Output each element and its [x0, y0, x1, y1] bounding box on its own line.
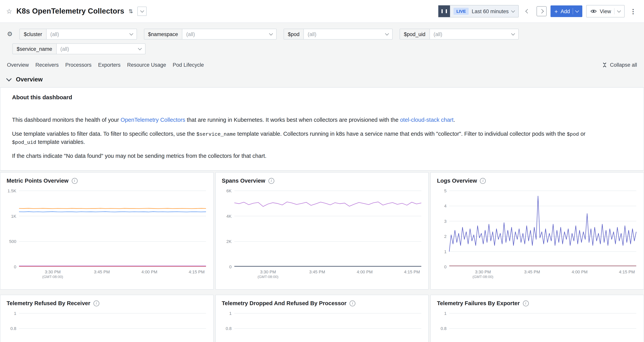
- metric-points-chart[interactable]: 05001K1.5K3:30 PM(GMT-08:00)3:45 PM4:00 …: [4, 188, 209, 281]
- panel-title: Telemetry Dropped And Refused By Process…: [222, 300, 346, 306]
- telemetry-dropped-chart[interactable]: 10.80.60.40.20: [218, 310, 424, 342]
- info-icon[interactable]: i: [480, 178, 486, 184]
- svg-text:4:00 PM: 4:00 PM: [142, 270, 157, 274]
- svg-text:(GMT-08:00): (GMT-08:00): [42, 275, 63, 279]
- view-button[interactable]: View: [586, 5, 624, 17]
- panel-header[interactable]: Logs Overview i: [431, 173, 644, 187]
- template-variables: ⚙ $cluster (all) $namespace (all) $pod (…: [0, 23, 644, 56]
- time-picker[interactable]: LIVE Last 60 minutes: [438, 5, 519, 17]
- variable-cluster: $cluster (all): [20, 29, 137, 39]
- about-paragraph-3: If the charts indicate "No data found" y…: [12, 152, 610, 160]
- pause-live-button[interactable]: [438, 5, 450, 17]
- tab-exporters[interactable]: Exporters: [98, 62, 121, 68]
- variables-row-1: ⚙ $cluster (all) $namespace (all) $pod (…: [7, 29, 637, 39]
- plus-icon: +: [554, 8, 558, 14]
- info-icon[interactable]: i: [72, 178, 78, 184]
- info-glyph: i: [74, 179, 75, 183]
- panel-header[interactable]: Telemetry Dropped And Refused By Process…: [216, 295, 428, 310]
- top-bar-right: LIVE Last 60 minutes + Add View: [438, 5, 638, 17]
- variable-namespace-dropdown[interactable]: (all): [182, 29, 276, 39]
- about-heading: About this dashboard: [12, 94, 632, 100]
- svg-text:6K: 6K: [226, 188, 232, 193]
- panels-grid: Metric Points Overview i 05001K1.5K3:30 …: [0, 172, 644, 342]
- chevron-down-icon: [575, 8, 579, 12]
- telemetry-failures-chart[interactable]: 10.80.60.40.20: [434, 310, 640, 342]
- tab-overview[interactable]: Overview: [7, 62, 29, 68]
- variable-pod: $pod (all): [284, 29, 392, 39]
- tab-processors[interactable]: Processors: [65, 62, 92, 68]
- view-button-label: View: [600, 8, 611, 14]
- svg-text:1K: 1K: [11, 214, 16, 219]
- info-glyph: i: [352, 301, 353, 305]
- svg-text:1: 1: [229, 311, 232, 316]
- about-text: or: [579, 130, 586, 137]
- variable-pod-uid-dropdown[interactable]: (all): [430, 29, 518, 39]
- svg-text:4: 4: [444, 204, 446, 209]
- dashboard-page: ☆ K8s OpenTelemetry Collectors ⇅ LIVE La…: [0, 0, 644, 342]
- collapse-all-button[interactable]: Collapse all: [602, 62, 637, 68]
- svg-text:4:15 PM: 4:15 PM: [404, 270, 420, 274]
- panel-telemetry-failures-by-exporter: Telemetry Failures By Exporter i 10.80.6…: [430, 295, 644, 342]
- title-dropdown-button[interactable]: [137, 6, 147, 16]
- panel-telemetry-refused-by-receiver: Telemetry Refused By Receiver i 10.80.60…: [0, 295, 214, 342]
- tab-receivers[interactable]: Receivers: [36, 62, 59, 68]
- panel-title: Telemetry Refused By Receiver: [6, 300, 90, 306]
- tab-resource-usage[interactable]: Resource Usage: [127, 62, 166, 68]
- dashboard-links: Overview Receivers Processors Exporters …: [0, 56, 644, 68]
- info-icon[interactable]: i: [523, 300, 528, 306]
- about-text: that are running in Kubernetes. It works…: [185, 117, 400, 123]
- panel-title: Metric Points Overview: [6, 178, 68, 184]
- panel-telemetry-dropped-and-refused-by-processor: Telemetry Dropped And Refused By Process…: [215, 295, 429, 342]
- svg-text:2: 2: [444, 234, 446, 239]
- favorite-star-button[interactable]: ☆: [6, 8, 12, 14]
- variable-pod-dropdown[interactable]: (all): [304, 29, 392, 39]
- svg-text:4:15 PM: 4:15 PM: [189, 270, 205, 274]
- panel-header[interactable]: Spans Overview i: [216, 173, 428, 187]
- eye-icon: [590, 9, 597, 13]
- otel-cloud-stack-chart-link[interactable]: otel-cloud-stack chart: [400, 117, 454, 123]
- svg-text:0.8: 0.8: [10, 326, 16, 331]
- panel-header[interactable]: Telemetry Refused By Receiver i: [0, 295, 213, 310]
- chevron-down-icon: [511, 8, 515, 12]
- telemetry-refused-chart[interactable]: 10.80.60.40.20: [4, 310, 209, 342]
- tab-pod-lifecycle[interactable]: Pod Lifecycle: [173, 62, 204, 68]
- logs-chart[interactable]: 0123453:30 PM(GMT-08:00)3:45 PM4:00 PM4:…: [434, 188, 640, 281]
- svg-text:0.8: 0.8: [441, 326, 447, 331]
- info-icon[interactable]: i: [350, 300, 355, 306]
- variable-namespace-label: $namespace: [144, 29, 182, 39]
- chevron-down-icon: [138, 46, 142, 50]
- kebab-menu-button[interactable]: ⋮: [628, 7, 638, 15]
- variable-pod-uid-label: $pod_uid: [400, 29, 430, 39]
- svg-text:4:15 PM: 4:15 PM: [619, 270, 635, 274]
- panel-header[interactable]: Metric Points Overview i: [0, 173, 213, 187]
- updown-icon: ⇅: [128, 8, 133, 14]
- svg-text:500: 500: [9, 239, 16, 244]
- svg-text:4:00 PM: 4:00 PM: [356, 270, 372, 274]
- info-icon[interactable]: i: [268, 178, 274, 184]
- spans-chart[interactable]: 02K4K6K3:30 PM(GMT-08:00)3:45 PM4:00 PM4…: [218, 188, 424, 281]
- time-shift-back-button[interactable]: [522, 6, 533, 16]
- opentelemetry-collectors-link[interactable]: OpenTelemetry Collectors: [120, 117, 185, 123]
- variable-namespace-value: (all): [186, 31, 195, 37]
- variable-pod-uid: $pod_uid (all): [400, 29, 518, 39]
- svg-text:3:30 PM: 3:30 PM: [475, 270, 491, 274]
- panel-header[interactable]: Telemetry Failures By Exporter i: [431, 295, 644, 310]
- variable-cluster-dropdown[interactable]: (all): [46, 29, 136, 39]
- variables-row-2: $service_name (all): [7, 43, 637, 54]
- add-button[interactable]: + Add: [550, 5, 582, 17]
- cycle-view-button[interactable]: ⇅: [128, 8, 133, 14]
- variable-service-name-dropdown[interactable]: (all): [56, 44, 145, 54]
- section-overview-header[interactable]: Overview: [0, 73, 644, 86]
- info-icon[interactable]: i: [93, 300, 99, 306]
- about-text: template variable. Collectors running in…: [236, 130, 567, 137]
- about-panel: About this dashboard This dashboard moni…: [0, 87, 644, 171]
- service-name-code: $service_name: [196, 131, 236, 137]
- chevron-down-icon: [617, 8, 621, 12]
- chevron-down-icon: [511, 31, 515, 35]
- svg-text:1: 1: [444, 249, 446, 254]
- time-shift-forward-button[interactable]: [536, 6, 546, 16]
- dashboard-settings-button[interactable]: ⚙: [7, 31, 12, 37]
- info-glyph: i: [96, 301, 97, 305]
- about-text: .: [454, 117, 455, 123]
- svg-text:(GMT-08:00): (GMT-08:00): [258, 275, 278, 279]
